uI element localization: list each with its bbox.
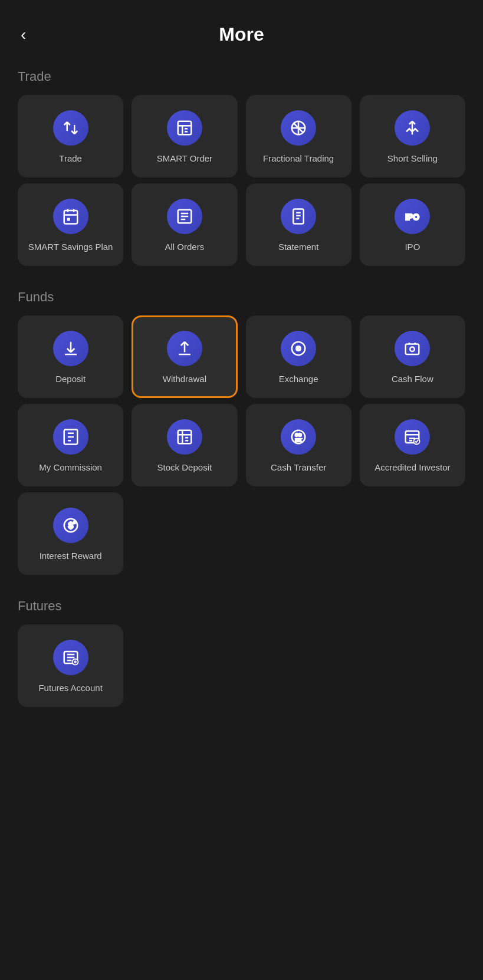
tile-ipo[interactable]: IPOIPO bbox=[360, 183, 465, 266]
transfer-icon bbox=[53, 110, 88, 146]
tile-deposit[interactable]: Deposit bbox=[18, 315, 123, 398]
section-label-trade: Trade bbox=[18, 69, 465, 84]
tile-label-my-commission: My Commission bbox=[39, 462, 102, 473]
tile-label-cash-transfer: Cash Transfer bbox=[271, 462, 326, 473]
smart-order-icon bbox=[167, 110, 202, 146]
svg-rect-2 bbox=[64, 211, 77, 224]
tile-label-short-selling: Short Selling bbox=[387, 153, 438, 165]
calendar-icon bbox=[53, 199, 88, 234]
section-label-futures: Futures bbox=[18, 598, 465, 614]
tile-label-cash-flow: Cash Flow bbox=[392, 373, 433, 385]
tile-withdrawal[interactable]: Withdrawal bbox=[132, 315, 237, 398]
tile-label-accredited-investor: Accredited Investor bbox=[374, 462, 450, 473]
tile-label-fractional-trading: Fractional Trading bbox=[263, 153, 334, 165]
accredited-icon bbox=[395, 419, 430, 455]
tile-label-deposit: Deposit bbox=[55, 373, 86, 385]
tile-label-smart-savings: SMART Savings Plan bbox=[28, 241, 113, 253]
tile-label-all-orders: All Orders bbox=[165, 241, 205, 253]
stock-deposit-icon bbox=[167, 419, 202, 455]
back-button[interactable]: ‹ bbox=[18, 22, 29, 47]
svg-text:IPO: IPO bbox=[406, 213, 420, 222]
svg-text:HK: HK bbox=[295, 438, 302, 443]
header: ‹ More bbox=[0, 0, 483, 57]
tile-fractional-trading[interactable]: Fractional Trading bbox=[246, 95, 351, 177]
statement-icon bbox=[281, 199, 316, 234]
tile-cash-transfer[interactable]: SGHKCash Transfer bbox=[246, 404, 351, 486]
section-funds: FundsDepositWithdrawalExchangeCash FlowM… bbox=[0, 278, 483, 587]
tile-label-statement: Statement bbox=[278, 241, 318, 253]
deposit-icon bbox=[53, 331, 88, 366]
tile-all-orders[interactable]: All Orders bbox=[132, 183, 237, 266]
tile-label-withdrawal: Withdrawal bbox=[163, 373, 206, 385]
tile-stock-deposit[interactable]: Stock Deposit bbox=[132, 404, 237, 486]
section-trade: TradeTradeSMART OrderFractional TradingS… bbox=[0, 57, 483, 278]
tile-trade[interactable]: Trade bbox=[18, 95, 123, 177]
tile-cash-flow[interactable]: Cash Flow bbox=[360, 315, 465, 398]
svg-text:SG: SG bbox=[295, 432, 302, 438]
ipo-icon: IPO bbox=[395, 199, 430, 234]
section-futures: FuturesFutures Account bbox=[0, 587, 483, 719]
tile-label-stock-deposit: Stock Deposit bbox=[157, 462, 212, 473]
cash-transfer-icon: SGHK bbox=[281, 419, 316, 455]
svg-rect-3 bbox=[67, 218, 70, 221]
tile-smart-savings[interactable]: SMART Savings Plan bbox=[18, 183, 123, 266]
tile-interest-reward[interactable]: $Interest Reward bbox=[18, 492, 123, 575]
tile-label-exchange: Exchange bbox=[279, 373, 318, 385]
list-icon bbox=[167, 199, 202, 234]
section-label-funds: Funds bbox=[18, 290, 465, 305]
svg-rect-9 bbox=[406, 344, 419, 355]
tile-accredited-investor[interactable]: Accredited Investor bbox=[360, 404, 465, 486]
tile-my-commission[interactable]: My Commission bbox=[18, 404, 123, 486]
cash-flow-icon bbox=[395, 331, 430, 366]
interest-icon: $ bbox=[53, 508, 88, 543]
tile-statement[interactable]: Statement bbox=[246, 183, 351, 266]
tile-label-trade: Trade bbox=[59, 153, 82, 165]
svg-text:$: $ bbox=[68, 520, 73, 530]
tile-futures-account[interactable]: Futures Account bbox=[18, 624, 123, 707]
tile-smart-order[interactable]: SMART Order bbox=[132, 95, 237, 177]
tile-short-selling[interactable]: Short Selling bbox=[360, 95, 465, 177]
withdrawal-icon bbox=[167, 331, 202, 366]
fractional-icon bbox=[281, 110, 316, 146]
tile-label-interest-reward: Interest Reward bbox=[40, 550, 102, 562]
page-title: More bbox=[18, 24, 465, 45]
tile-label-ipo: IPO bbox=[405, 241, 420, 253]
short-sell-icon bbox=[395, 110, 430, 146]
exchange-icon bbox=[281, 331, 316, 366]
tile-exchange[interactable]: Exchange bbox=[246, 315, 351, 398]
commission-icon bbox=[53, 419, 88, 455]
svg-rect-12 bbox=[178, 430, 192, 444]
svg-point-10 bbox=[410, 347, 415, 352]
tile-label-futures-account: Futures Account bbox=[38, 682, 102, 694]
svg-point-20 bbox=[73, 521, 75, 524]
futures-icon bbox=[53, 640, 88, 675]
tile-label-smart-order: SMART Order bbox=[157, 153, 212, 165]
